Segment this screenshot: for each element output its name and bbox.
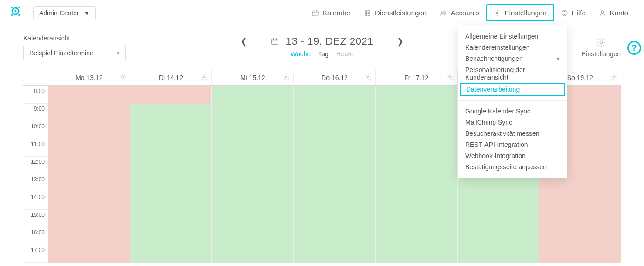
calendar-cell[interactable]	[294, 104, 376, 121]
calendar-cell[interactable]	[376, 192, 458, 209]
calendar-cell[interactable]	[48, 210, 130, 227]
calendar-cell[interactable]	[376, 139, 458, 156]
calendar-view-select[interactable]: Beispiel Einzeltermine ▾	[23, 45, 126, 61]
calendar-cell[interactable]	[212, 139, 294, 156]
dd-besucheraktivitaet[interactable]: Besucheraktivität messen	[458, 128, 567, 139]
calendar-cell[interactable]	[376, 227, 458, 245]
clock-logo-icon	[9, 5, 21, 17]
calendar-cell[interactable]	[212, 245, 294, 262]
calendar-cell[interactable]	[130, 192, 212, 209]
calendar-cell[interactable]	[539, 245, 621, 262]
day-settings-button[interactable]	[283, 74, 290, 82]
calendar-cell[interactable]	[458, 192, 540, 209]
calendar-cell[interactable]	[212, 210, 294, 227]
calendar-cell[interactable]	[48, 174, 130, 192]
calendar-cell[interactable]	[212, 86, 294, 103]
calendar-cell[interactable]	[130, 245, 212, 262]
day-header-label: Do 16.12	[321, 74, 348, 81]
calendar-cell[interactable]	[212, 157, 294, 174]
calendar-cell[interactable]	[294, 157, 376, 174]
nav-hilfe[interactable]: Hilfe	[554, 5, 592, 20]
calendar-cell[interactable]	[376, 121, 458, 139]
caret-down-icon: ▾	[117, 50, 120, 56]
dd-google-sync[interactable]: Google Kalender Sync	[458, 106, 567, 117]
quick-settings[interactable]: Einstellungen	[582, 37, 621, 58]
calendar-cell[interactable]	[130, 174, 212, 192]
grid-icon	[364, 9, 371, 17]
dd-webhook[interactable]: Webhook-Integration	[458, 150, 567, 161]
date-range[interactable]: 13 - 19. DEZ 2021	[271, 35, 373, 47]
calendar-cell[interactable]	[458, 245, 540, 262]
calendar-cell[interactable]	[48, 227, 130, 245]
calendar-cell[interactable]	[48, 104, 130, 121]
dd-bestaetigungsseite[interactable]: Bestätigungsseite anpassen	[458, 161, 567, 173]
calendar-cell[interactable]	[294, 210, 376, 227]
calendar-cell[interactable]	[48, 121, 130, 139]
calendar-cell[interactable]	[294, 227, 376, 245]
calendar-cell[interactable]	[48, 245, 130, 262]
calendar-cell[interactable]	[294, 139, 376, 156]
calendar-cell[interactable]	[212, 104, 294, 121]
calendar-cell[interactable]	[294, 121, 376, 139]
calendar-cell[interactable]	[294, 245, 376, 262]
dd-benachrichtigungen[interactable]: Benachrichtigungen▾	[458, 53, 567, 64]
calendar-cell[interactable]	[212, 227, 294, 245]
nav-accounts[interactable]: Accounts	[433, 5, 486, 20]
day-settings-button[interactable]	[120, 74, 126, 82]
dd-personalisierung[interactable]: Personalisierung der Kundenansicht	[458, 64, 567, 83]
calendar-cell[interactable]	[130, 104, 212, 121]
help-bubble[interactable]: ?	[627, 41, 641, 55]
calendar-cell[interactable]	[376, 245, 458, 262]
day-settings-button[interactable]	[447, 74, 454, 82]
calendar-cell[interactable]	[212, 121, 294, 139]
nav-konto[interactable]: Konto	[592, 5, 635, 20]
next-week-button[interactable]: ❯	[392, 34, 408, 48]
calendar-cell[interactable]	[130, 139, 212, 156]
toggle-week[interactable]: Woche	[291, 50, 311, 58]
hour-label: 16:00	[23, 224, 48, 241]
dd-allgemeine[interactable]: Allgemeine Einstellungen	[458, 31, 567, 42]
gear-icon	[283, 74, 290, 80]
admin-center-select[interactable]: Admin Center ▼	[33, 6, 96, 20]
calendar-cell[interactable]	[539, 227, 621, 245]
calendar-cell[interactable]	[48, 157, 130, 174]
calendar-cell[interactable]	[539, 210, 621, 227]
nav-kalender[interactable]: Kalender	[305, 5, 357, 20]
calendar-cell[interactable]	[294, 192, 376, 209]
calendar-cell[interactable]	[212, 192, 294, 209]
calendar-cell[interactable]	[130, 227, 212, 245]
dd-kalendereinstellungen[interactable]: Kalendereinstellungen	[458, 42, 567, 53]
toggle-today[interactable]: Heute	[336, 50, 353, 58]
calendar-cell[interactable]	[130, 157, 212, 174]
calendar-cell[interactable]	[376, 86, 458, 103]
nav-einstellungen[interactable]: Einstellungen	[486, 4, 554, 21]
calendar-cell[interactable]	[294, 174, 376, 192]
hour-row: 16:00	[23, 227, 621, 245]
calendar-cell[interactable]	[376, 210, 458, 227]
toggle-day[interactable]: Tag	[318, 50, 329, 58]
calendar-cell[interactable]	[376, 157, 458, 174]
calendar-cell[interactable]	[376, 104, 458, 121]
dd-mailchimp-sync[interactable]: MailChimp Sync	[458, 117, 567, 128]
calendar-cell[interactable]	[458, 227, 540, 245]
calendar-cell[interactable]	[130, 121, 212, 139]
calendar-cell[interactable]	[539, 192, 621, 209]
dd-datenverarbeitung[interactable]: Datenverarbeitung	[460, 83, 565, 96]
calendar-cell[interactable]	[130, 210, 212, 227]
day-settings-button[interactable]	[610, 74, 617, 82]
day-settings-button[interactable]	[201, 74, 208, 82]
calendar-cell[interactable]	[130, 86, 212, 103]
day-settings-button[interactable]	[365, 74, 372, 82]
dd-rest-api[interactable]: REST-API-Integration	[458, 139, 567, 150]
prev-week-button[interactable]: ❮	[236, 34, 252, 48]
calendar-cell[interactable]	[294, 86, 376, 103]
calendar-cell[interactable]	[48, 86, 130, 103]
calendar-cell[interactable]	[212, 174, 294, 192]
calendar-cell[interactable]	[458, 210, 540, 227]
calendar-cell[interactable]	[376, 174, 458, 192]
calendar-cell[interactable]	[48, 139, 130, 156]
hour-label: 10:00	[23, 118, 48, 135]
calendar-cell[interactable]	[48, 192, 130, 209]
nav-einstellungen-label: Einstellungen	[505, 9, 547, 17]
nav-dienstleistungen[interactable]: Dienstleistungen	[357, 5, 433, 20]
